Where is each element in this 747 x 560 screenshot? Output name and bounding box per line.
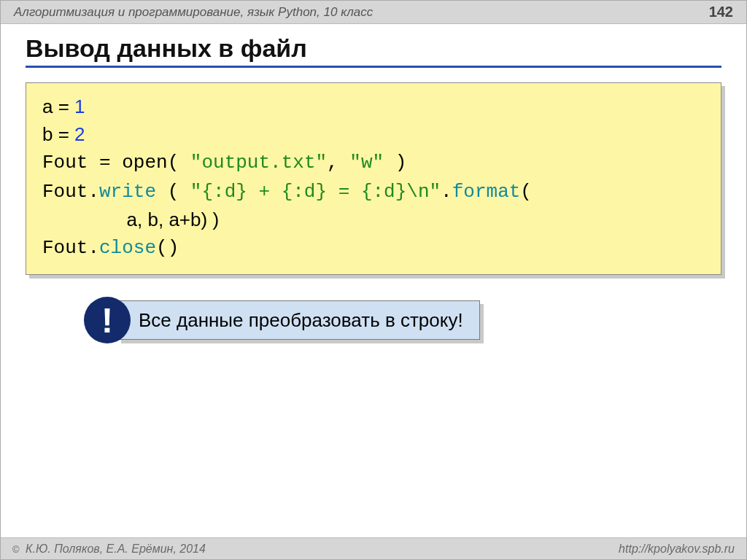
code-method: write bbox=[99, 181, 156, 203]
authors-text: К.Ю. Поляков, Е.А. Ерёмин, 2014 bbox=[23, 542, 206, 555]
code-line-4: Fout.write ( "{:d} + {:d} = {:d}\n".form… bbox=[42, 177, 705, 206]
code-text: b = bbox=[42, 123, 74, 145]
title-rule bbox=[26, 66, 721, 68]
code-block: a = 1 b = 2 Fout = open( "output.txt", "… bbox=[26, 82, 721, 275]
code-text: () bbox=[156, 237, 179, 259]
code-line-2: b = 2 bbox=[42, 121, 705, 149]
content-area: a = 1 b = 2 Fout = open( "output.txt", "… bbox=[1, 72, 746, 343]
code-string: "{:d} + {:d} = {:d}\n" bbox=[190, 181, 441, 203]
code-line-6: Fout.close() bbox=[42, 233, 705, 262]
authors-label: © К.Ю. Поляков, Е.А. Ерёмин, 2014 bbox=[12, 542, 206, 556]
code-method: close bbox=[99, 237, 156, 259]
code-number: 2 bbox=[74, 123, 85, 145]
code-text: a = bbox=[42, 96, 74, 117]
code-text: ) bbox=[384, 152, 406, 174]
page-number: 142 bbox=[709, 4, 733, 20]
code-text: , bbox=[327, 152, 349, 174]
footer-url: http://kpolyakov.spb.ru bbox=[619, 542, 735, 556]
page-title: Вывод данных в файл bbox=[26, 34, 721, 63]
code-string: "output.txt" bbox=[190, 152, 327, 174]
code-text: . bbox=[441, 181, 452, 203]
copyright-icon: © bbox=[12, 544, 20, 555]
code-line-3: Fout = open( "output.txt", "w" ) bbox=[42, 148, 705, 177]
code-line-1: a = 1 bbox=[42, 93, 705, 121]
header-bar: Алгоритмизация и программирование, язык … bbox=[1, 1, 746, 24]
code-text: Fout = open bbox=[42, 152, 168, 174]
code-number: 1 bbox=[74, 96, 85, 117]
code-method: format bbox=[452, 181, 521, 203]
title-block: Вывод данных в файл bbox=[1, 24, 746, 72]
code-text: Fout. bbox=[42, 181, 99, 203]
code-box: a = 1 b = 2 Fout = open( "output.txt", "… bbox=[26, 82, 721, 275]
footer-bar: © К.Ю. Поляков, Е.А. Ерёмин, 2014 http:/… bbox=[1, 537, 746, 559]
code-string: "w" bbox=[349, 152, 384, 174]
slide: Алгоритмизация и программирование, язык … bbox=[0, 0, 747, 560]
code-text: ( bbox=[156, 181, 190, 203]
callout: ! Все данные преобразовать в строку! bbox=[84, 297, 721, 343]
code-line-5: a, b, a+b) ) bbox=[42, 206, 705, 234]
code-text: ( bbox=[168, 152, 190, 174]
callout-text: Все данные преобразовать в строку! bbox=[117, 300, 480, 340]
code-text: Fout. bbox=[42, 237, 99, 259]
exclamation-icon: ! bbox=[84, 297, 131, 343]
course-label: Алгоритмизация и программирование, язык … bbox=[14, 5, 373, 20]
code-text: ( bbox=[520, 181, 532, 203]
